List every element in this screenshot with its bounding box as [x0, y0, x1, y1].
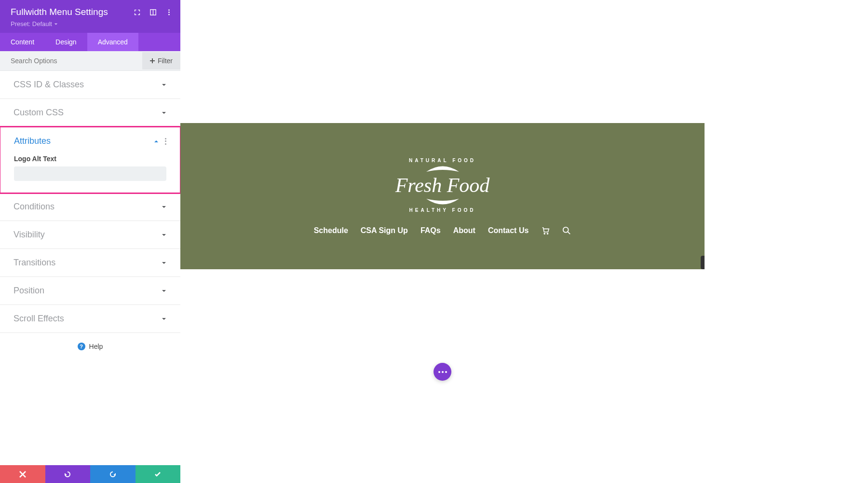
- logo: NATURAL FOOD Fresh Food HEALTHY FOOD: [395, 158, 490, 213]
- svg-point-3: [168, 12, 170, 13]
- plus-icon: [150, 58, 155, 63]
- tab-design[interactable]: Design: [45, 33, 87, 51]
- redo-icon: [109, 471, 116, 478]
- section-position: Position: [0, 277, 180, 305]
- more-vertical-icon[interactable]: [165, 138, 166, 145]
- section-transitions: Transitions: [0, 249, 180, 277]
- svg-point-5: [544, 233, 545, 234]
- logo-alt-text-label: Logo Alt Text: [14, 155, 166, 163]
- menu-csa-signup[interactable]: CSA Sign Up: [361, 226, 408, 235]
- preset-selector[interactable]: Preset: Default: [11, 20, 58, 28]
- expand-icon[interactable]: [134, 9, 141, 16]
- menu-faqs[interactable]: FAQs: [420, 226, 441, 235]
- svg-line-8: [568, 232, 570, 234]
- settings-sidebar: Fullwidth Menu Settings Preset: Default …: [0, 0, 180, 392]
- responsive-icon[interactable]: [149, 9, 157, 16]
- check-icon: [154, 471, 161, 478]
- menu-schedule[interactable]: Schedule: [314, 226, 348, 235]
- section-scroll-effects: Scroll Effects: [0, 305, 180, 333]
- svg-point-2: [168, 9, 170, 11]
- section-css-id-classes: CSS ID & Classes: [0, 71, 180, 99]
- search-input[interactable]: [0, 51, 142, 70]
- caret-down-icon: [54, 22, 58, 26]
- chevron-down-icon: [161, 260, 167, 266]
- tab-advanced[interactable]: Advanced: [87, 33, 138, 51]
- chevron-down-icon: [161, 82, 167, 88]
- nav-menu: Schedule CSA Sign Up FAQs About Contact …: [314, 226, 571, 235]
- tabs: Content Design Advanced: [0, 33, 180, 51]
- chevron-up-icon: [153, 138, 159, 144]
- section-visibility: Visibility: [0, 221, 180, 249]
- settings-header: Fullwidth Menu Settings Preset: Default: [0, 0, 180, 33]
- chevron-down-icon: [161, 316, 167, 322]
- edge-handle[interactable]: [701, 256, 705, 269]
- help-link[interactable]: ? Help: [0, 333, 180, 360]
- chevron-down-icon: [161, 288, 167, 294]
- svg-point-4: [168, 14, 170, 15]
- section-custom-css: Custom CSS: [0, 99, 180, 127]
- section-attributes: Attributes Logo Alt Text: [0, 126, 180, 194]
- chevron-down-icon: [161, 110, 167, 116]
- cart-icon[interactable]: [541, 226, 550, 235]
- chevron-down-icon: [161, 232, 167, 238]
- more-vertical-icon[interactable]: [165, 9, 173, 16]
- tab-content[interactable]: Content: [0, 33, 45, 51]
- save-button[interactable]: [136, 465, 181, 483]
- action-bar: [0, 465, 180, 483]
- cancel-button[interactable]: [0, 465, 45, 483]
- page-preview: NATURAL FOOD Fresh Food HEALTHY FOOD Sch…: [180, 123, 705, 269]
- floating-action-button[interactable]: [434, 363, 451, 381]
- menu-about[interactable]: About: [453, 226, 475, 235]
- right-blank: [705, 0, 868, 483]
- redo-button[interactable]: [90, 465, 136, 483]
- sections: CSS ID & Classes Custom CSS Attributes L…: [0, 71, 180, 392]
- svg-point-6: [547, 233, 548, 234]
- leaf-top-icon: [424, 163, 461, 173]
- leaf-bottom-icon: [424, 198, 461, 207]
- undo-button[interactable]: [45, 465, 91, 483]
- section-conditions: Conditions: [0, 193, 180, 221]
- undo-icon: [64, 471, 71, 478]
- logo-alt-text-input[interactable]: [14, 166, 166, 181]
- filter-button[interactable]: Filter: [142, 52, 180, 69]
- menu-contact[interactable]: Contact Us: [488, 226, 529, 235]
- search-icon[interactable]: [562, 226, 571, 235]
- help-icon: ?: [78, 343, 85, 350]
- svg-point-7: [563, 227, 569, 232]
- close-icon: [19, 471, 26, 478]
- search-row: Filter: [0, 51, 180, 71]
- chevron-down-icon: [161, 204, 167, 210]
